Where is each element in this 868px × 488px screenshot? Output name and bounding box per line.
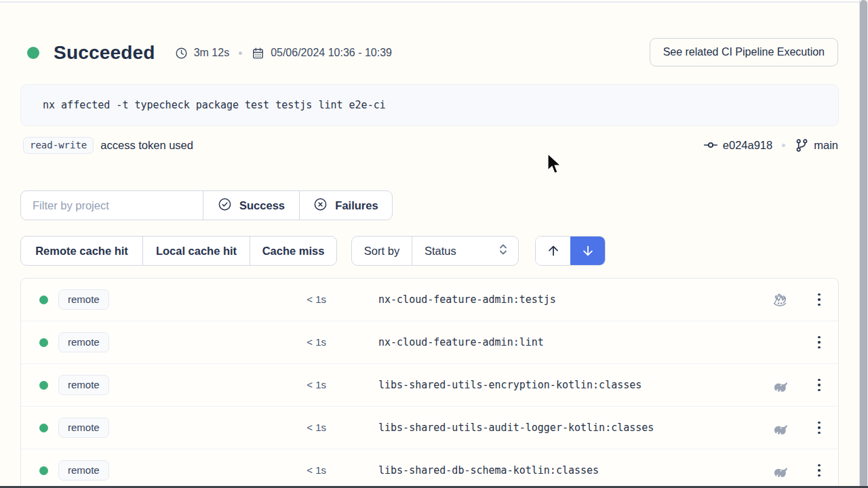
run-status-dot xyxy=(27,47,39,59)
run-status-title: Succeeded xyxy=(54,42,155,64)
cache-badge: remote xyxy=(58,460,109,481)
task-name: libs-shared-db-schema-kotlin:classes xyxy=(378,464,599,476)
cache-badge: remote xyxy=(58,289,109,310)
task-row[interactable]: remote < 1s libs-shared-db-schema-kotlin… xyxy=(21,449,838,487)
vcs-meta: e024a918 main xyxy=(703,136,838,155)
branch-icon xyxy=(795,138,809,152)
token-row: read-write access token used e024a918 ma… xyxy=(20,136,839,155)
task-menu-button[interactable] xyxy=(809,460,829,481)
task-menu-button[interactable] xyxy=(809,289,829,310)
chevron-updown-icon xyxy=(498,243,509,259)
top-divider xyxy=(0,1,868,3)
task-status-dot xyxy=(39,296,48,304)
access-token-badge: read-write xyxy=(23,137,94,154)
task-row[interactable]: remote < 1s libs-shared-utils-audit-logg… xyxy=(21,407,838,449)
scrollbar-track[interactable] xyxy=(859,0,868,488)
task-row[interactable]: remote < 1s nx-cloud-feature-admin:lint xyxy=(21,321,838,364)
filter-group: Success Failures xyxy=(20,190,393,220)
task-status-dot xyxy=(39,381,48,390)
sort-select-value: Status xyxy=(425,245,498,258)
task-status-dot xyxy=(39,338,48,347)
tab-remote-cache-hit[interactable]: Remote cache hit xyxy=(21,237,142,265)
task-status-dot xyxy=(39,424,48,432)
task-name: nx-cloud-feature-admin:testjs xyxy=(378,293,556,306)
mouse-cursor xyxy=(547,153,563,176)
task-row[interactable]: remote < 1s nx-cloud-feature-admin:testj… xyxy=(21,279,838,321)
separator-dot xyxy=(239,52,242,55)
sort-group: Sort by Status xyxy=(351,236,519,266)
filter-success-button[interactable]: Success xyxy=(203,191,299,220)
command-text: nx affected -t typecheck package test te… xyxy=(43,99,386,111)
separator-dot xyxy=(782,144,785,147)
branch-name[interactable]: main xyxy=(814,139,838,152)
cache-badge: remote xyxy=(58,418,109,438)
access-token-text: access token used xyxy=(100,139,193,152)
duration-meta: 3m 12s xyxy=(175,47,229,60)
task-name: libs-shared-utils-audit-logger-kotlin:cl… xyxy=(378,422,654,434)
x-circle-icon xyxy=(313,197,328,214)
task-duration: < 1s xyxy=(272,336,326,348)
command-box: nx affected -t typecheck package test te… xyxy=(20,84,839,126)
date-meta: 05/06/2024 10:36 - 10:39 xyxy=(252,47,392,60)
sort-direction-group xyxy=(535,236,606,266)
tab-cache-miss[interactable]: Cache miss xyxy=(250,237,336,265)
task-row[interactable]: remote < 1s libs-shared-utils-encryption… xyxy=(21,364,838,407)
calendar-icon xyxy=(252,47,264,60)
jest-icon xyxy=(771,291,789,309)
task-duration: < 1s xyxy=(272,293,326,305)
sort-by-label: Sort by xyxy=(352,237,412,265)
task-duration: < 1s xyxy=(272,379,326,390)
cache-badge: remote xyxy=(58,332,109,352)
project-filter xyxy=(21,191,203,220)
clock-icon xyxy=(175,47,188,60)
filter-failures-button[interactable]: Failures xyxy=(299,191,392,220)
gradle-icon xyxy=(771,377,789,394)
task-list: remote < 1s nx-cloud-feature-admin:testj… xyxy=(20,278,839,487)
check-circle-icon xyxy=(218,197,232,214)
task-menu-button[interactable] xyxy=(809,417,829,439)
gradle-icon xyxy=(771,462,789,480)
task-name: nx-cloud-feature-admin:lint xyxy=(378,336,544,348)
task-menu-button[interactable] xyxy=(809,374,829,396)
duration-text: 3m 12s xyxy=(194,47,229,59)
arrow-up-icon xyxy=(546,243,561,258)
sort-descending-button[interactable] xyxy=(570,237,605,265)
task-duration: < 1s xyxy=(272,422,326,433)
arrow-down-icon xyxy=(580,243,595,258)
task-duration: < 1s xyxy=(272,464,326,476)
filter-failures-label: Failures xyxy=(335,199,378,212)
cache-badge: remote xyxy=(58,375,109,395)
gradle-icon xyxy=(771,420,789,437)
task-status-dot xyxy=(39,466,48,475)
date-range-text: 05/06/2024 10:36 - 10:39 xyxy=(271,47,392,59)
task-menu-button[interactable] xyxy=(809,331,829,353)
scrollbar-thumb[interactable] xyxy=(860,0,867,488)
commit-hash[interactable]: e024a918 xyxy=(723,139,772,152)
run-header: Succeeded 3m 12s 05/06/2024 10:36 - 10:3… xyxy=(20,38,839,68)
task-name: libs-shared-utils-encryption-kotlin:clas… xyxy=(378,379,642,391)
sort-ascending-button[interactable] xyxy=(536,237,570,265)
filter-success-label: Success xyxy=(239,199,285,212)
sort-select[interactable]: Status xyxy=(412,237,518,265)
tab-local-cache-hit[interactable]: Local cache hit xyxy=(142,237,250,265)
cache-tab-group: Remote cache hit Local cache hit Cache m… xyxy=(20,236,337,266)
project-filter-input[interactable] xyxy=(33,199,195,212)
commit-icon xyxy=(703,138,718,152)
related-pipeline-button[interactable]: See related CI Pipeline Execution xyxy=(650,38,838,66)
